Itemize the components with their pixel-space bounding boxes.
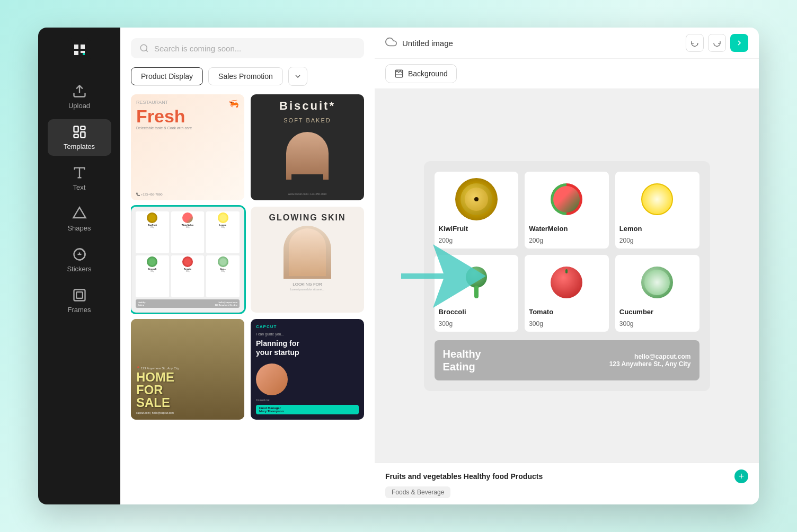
canvas-footer: Healthy Eating hello@capcut.com 123 Anyw… <box>435 340 699 380</box>
sidebar-text-label: Text <box>73 183 86 191</box>
svg-rect-0 <box>68 38 91 61</box>
svg-rect-6 <box>74 135 78 138</box>
right-header: Untitled image <box>375 28 759 59</box>
header-actions <box>686 34 748 52</box>
sidebar-frames-label: Frames <box>67 306 91 314</box>
meta-title-text: Fruits and vegetables Healthy food Produ… <box>385 472 543 481</box>
document-title[interactable]: Untitled image <box>402 39 453 48</box>
search-placeholder-text: Search is coming soon... <box>154 44 241 53</box>
fruit-item-watermelon: WaterMelon 200g <box>525 172 609 249</box>
meta-title-row: Fruits and vegetables Healthy food Produ… <box>385 469 748 483</box>
watermelon-image <box>545 178 588 220</box>
lemon-image <box>636 178 678 220</box>
toolbar-row: Background <box>375 59 759 89</box>
svg-rect-11 <box>76 292 83 298</box>
fruit-item-tomato: Tomato 300g <box>525 255 609 332</box>
canvas-metadata: Fruits and vegetables Healthy food Produ… <box>375 463 759 504</box>
tomato-image <box>545 261 588 304</box>
search-bar: Search is coming soon... <box>131 38 364 58</box>
background-label: Background <box>408 69 448 78</box>
export-icon <box>735 39 743 47</box>
template-preview-glowing: GLOWING SKIN LOOKING FOR Lorem ipsum dol… <box>251 207 364 313</box>
redo-button[interactable] <box>708 34 726 52</box>
cucumber-name: Cucumber <box>619 308 653 316</box>
tomato-name: Tomato <box>529 308 553 316</box>
meta-tag-badge: Foods & Beverage <box>385 486 450 498</box>
fruit-item-kiwi: KiwiFruit 200g <box>435 172 519 249</box>
template-preview-biscuit: Biscuit* SOFT BAKED www.biscuit.com • 12… <box>251 94 364 200</box>
kiwi-image <box>455 178 498 220</box>
app-logo <box>68 38 91 64</box>
sidebar-item-templates[interactable]: Templates <box>48 119 111 156</box>
template-preview-fresh: RESTAURANT Fresh Delectable taste & Cook… <box>131 94 244 200</box>
left-panel: Search is coming soon... Product Display… <box>120 28 375 504</box>
template-card-glowing[interactable]: GLOWING SKIN LOOKING FOR Lorem ipsum dol… <box>251 207 364 313</box>
sidebar-item-stickers[interactable]: Stickers <box>48 242 111 278</box>
template-card-startup[interactable]: CAPCUT I can guide you... Planning foryo… <box>251 319 364 420</box>
fruit-item-cucumber: Cucumber 300g <box>615 255 699 332</box>
fruit-item-lemon: Lemon 200g <box>615 172 699 249</box>
export-button[interactable] <box>730 34 748 52</box>
footer-contact: hello@capcut.com 123 Anywhere St., Any C… <box>609 353 691 368</box>
template-preview-healthy: KiwiFruit 200g WaterMelon 200g Lemon <box>131 207 244 313</box>
template-grid: RESTAURANT Fresh Delectable taste & Cook… <box>131 94 364 420</box>
undo-icon <box>690 39 699 47</box>
background-icon <box>394 69 404 78</box>
svg-line-13 <box>146 50 147 51</box>
template-card-healthy[interactable]: KiwiFruit 200g WaterMelon 200g Lemon <box>131 207 244 313</box>
svg-point-12 <box>140 45 147 51</box>
fruit-item-broccoli: Broccoli 300g <box>435 255 519 332</box>
kiwi-weight: 200g <box>439 237 453 244</box>
cloud-icon <box>385 36 397 50</box>
template-card-fresh[interactable]: RESTAURANT Fresh Delectable taste & Cook… <box>131 94 244 200</box>
header-left: Untitled image <box>385 36 453 50</box>
kiwi-name: KiwiFruit <box>439 225 468 233</box>
template-card-biscuit[interactable]: Biscuit* SOFT BAKED www.biscuit.com • 12… <box>251 94 364 200</box>
lemon-name: Lemon <box>619 225 642 233</box>
filter-dropdown-button[interactable] <box>288 67 307 86</box>
svg-rect-10 <box>74 290 85 301</box>
sidebar-item-shapes[interactable]: Shapes <box>48 201 111 237</box>
watermelon-name: WaterMelon <box>529 225 568 233</box>
footer-brand: Healthy Eating <box>443 348 481 373</box>
app-container: Upload Templates Text Shapes <box>38 28 759 504</box>
svg-rect-3 <box>74 127 78 132</box>
search-icon <box>139 43 149 53</box>
sidebar-shapes-label: Shapes <box>67 224 91 232</box>
sidebar: Upload Templates Text Shapes <box>38 28 120 504</box>
background-button[interactable]: Background <box>385 64 457 83</box>
sidebar-upload-label: Upload <box>68 102 90 110</box>
filter-sales-promotion[interactable]: Sales Promotion <box>208 67 283 85</box>
template-preview-startup: CAPCUT I can guide you... Planning foryo… <box>251 319 364 420</box>
redo-icon <box>713 39 721 47</box>
add-to-canvas-button[interactable]: + <box>734 469 748 483</box>
sidebar-item-upload[interactable]: Upload <box>48 78 111 115</box>
broccoli-image <box>455 261 498 304</box>
cucumber-weight: 300g <box>619 320 634 327</box>
chevron-down-icon <box>294 72 302 81</box>
broccoli-weight: 300g <box>439 320 453 327</box>
svg-rect-4 <box>81 127 85 130</box>
filter-row: Product Display Sales Promotion <box>131 67 364 86</box>
filter-product-display[interactable]: Product Display <box>131 67 203 85</box>
tomato-weight: 300g <box>529 320 543 327</box>
sidebar-item-frames[interactable]: Frames <box>48 282 111 319</box>
sidebar-templates-label: Templates <box>64 143 95 150</box>
broccoli-name: Broccoli <box>439 308 466 316</box>
template-card-home[interactable]: 📍 123 Anywhere St., Any City HOMEFORSALE… <box>131 319 244 420</box>
svg-rect-1 <box>83 53 85 55</box>
svg-rect-5 <box>81 132 85 138</box>
undo-button[interactable] <box>686 34 704 52</box>
fruit-grid: KiwiFruit 200g WaterMelon 200g <box>435 172 699 332</box>
template-preview-home: 📍 123 Anywhere St., Any City HOMEFORSALE… <box>131 319 244 420</box>
lemon-weight: 200g <box>619 237 634 244</box>
cucumber-image <box>636 261 678 304</box>
sidebar-stickers-label: Stickers <box>67 265 91 273</box>
right-panel: Untitled image <box>375 28 759 504</box>
sidebar-item-text[interactable]: Text <box>48 160 111 197</box>
watermelon-weight: 200g <box>529 237 543 244</box>
canvas-area: KiwiFruit 200g WaterMelon 200g <box>375 89 759 463</box>
canvas-card: KiwiFruit 200g WaterMelon 200g <box>424 161 710 391</box>
